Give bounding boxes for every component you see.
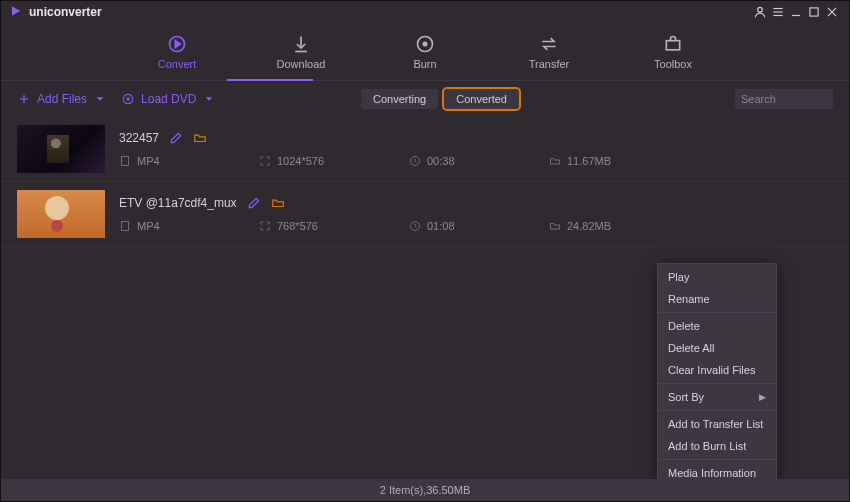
tab-convert[interactable]: Convert bbox=[142, 34, 212, 70]
toolbox-icon bbox=[663, 34, 683, 54]
file-list: 322457 MP4 1024*576 00:38 11.67MB ETV @1… bbox=[1, 117, 849, 479]
tab-transfer[interactable]: Transfer bbox=[514, 34, 584, 70]
titlebar: uniconverter bbox=[1, 1, 849, 23]
size-metric: 11.67MB bbox=[549, 155, 639, 167]
menu-icon[interactable] bbox=[769, 3, 787, 21]
seg-converted[interactable]: Converted bbox=[444, 89, 519, 109]
ctx-add-transfer[interactable]: Add to Transfer List bbox=[658, 413, 776, 435]
file-row[interactable]: 322457 MP4 1024*576 00:38 11.67MB bbox=[1, 117, 849, 182]
expand-icon bbox=[259, 155, 271, 167]
nav-label: Burn bbox=[413, 58, 436, 70]
add-files-button[interactable]: Add Files bbox=[17, 92, 107, 106]
file-meta: ETV @11a7cdf4_mux MP4 768*576 01:08 24.8… bbox=[119, 196, 833, 232]
disc-icon bbox=[121, 92, 135, 106]
status-bar: 2 Item(s),36.50MB bbox=[1, 479, 849, 501]
search-input[interactable] bbox=[735, 89, 833, 109]
nav-label: Download bbox=[277, 58, 326, 70]
svg-point-13 bbox=[423, 42, 426, 45]
load-dvd-label: Load DVD bbox=[141, 92, 196, 106]
tab-burn[interactable]: Burn bbox=[390, 34, 460, 70]
user-icon[interactable] bbox=[751, 3, 769, 21]
svg-point-19 bbox=[127, 98, 129, 100]
tab-download[interactable]: Download bbox=[266, 34, 336, 70]
add-files-label: Add Files bbox=[37, 92, 87, 106]
close-button[interactable] bbox=[823, 3, 841, 21]
clock-icon bbox=[409, 220, 421, 232]
resolution-metric: 1024*576 bbox=[259, 155, 359, 167]
svg-rect-14 bbox=[666, 40, 679, 49]
ctx-sort-by[interactable]: Sort By▶ bbox=[658, 386, 776, 408]
chevron-down-icon bbox=[202, 92, 216, 106]
download-icon bbox=[291, 34, 311, 54]
tab-toolbox[interactable]: Toolbox bbox=[638, 34, 708, 70]
ctx-media-info[interactable]: Media Information bbox=[658, 462, 776, 479]
ctx-delete-all[interactable]: Delete All bbox=[658, 337, 776, 359]
convert-icon bbox=[167, 34, 187, 54]
seg-converting[interactable]: Converting bbox=[361, 89, 438, 109]
expand-icon bbox=[259, 220, 271, 232]
format-metric: MP4 bbox=[119, 220, 209, 232]
nav-label: Toolbox bbox=[654, 58, 692, 70]
folder-open-icon[interactable] bbox=[193, 131, 207, 145]
folder-open-icon[interactable] bbox=[271, 196, 285, 210]
ctx-add-burn[interactable]: Add to Burn List bbox=[658, 435, 776, 457]
file-icon bbox=[119, 220, 131, 232]
nav-label: Transfer bbox=[529, 58, 570, 70]
edit-icon[interactable] bbox=[247, 196, 261, 210]
app-window: uniconverter Convert Download Burn Trans… bbox=[0, 0, 850, 502]
conversion-state-segment: Converting Converted bbox=[361, 89, 519, 109]
chevron-right-icon: ▶ bbox=[759, 392, 766, 402]
svg-marker-0 bbox=[12, 6, 20, 15]
size-metric: 24.82MB bbox=[549, 220, 639, 232]
maximize-button[interactable] bbox=[805, 3, 823, 21]
load-dvd-button[interactable]: Load DVD bbox=[121, 92, 216, 106]
folder-icon bbox=[549, 220, 561, 232]
minimize-button[interactable] bbox=[787, 3, 805, 21]
svg-point-1 bbox=[758, 7, 763, 12]
ctx-separator bbox=[658, 312, 776, 313]
duration-metric: 00:38 bbox=[409, 155, 499, 167]
ctx-separator bbox=[658, 383, 776, 384]
svg-marker-17 bbox=[97, 97, 104, 101]
svg-rect-23 bbox=[122, 222, 129, 231]
main-nav: Convert Download Burn Transfer Toolbox bbox=[1, 23, 849, 81]
duration-metric: 01:08 bbox=[409, 220, 499, 232]
ctx-delete[interactable]: Delete bbox=[658, 315, 776, 337]
svg-marker-20 bbox=[206, 97, 213, 101]
ctx-clear-invalid[interactable]: Clear Invalid Files bbox=[658, 359, 776, 381]
plus-icon bbox=[17, 92, 31, 106]
svg-rect-21 bbox=[122, 157, 129, 166]
ctx-separator bbox=[658, 410, 776, 411]
ctx-separator bbox=[658, 459, 776, 460]
burn-icon bbox=[415, 34, 435, 54]
file-icon bbox=[119, 155, 131, 167]
chevron-down-icon bbox=[93, 92, 107, 106]
transfer-icon bbox=[539, 34, 559, 54]
svg-marker-10 bbox=[175, 40, 180, 47]
status-text: 2 Item(s),36.50MB bbox=[380, 484, 470, 496]
folder-icon bbox=[549, 155, 561, 167]
thumbnail[interactable] bbox=[17, 125, 105, 173]
file-meta: 322457 MP4 1024*576 00:38 11.67MB bbox=[119, 131, 833, 167]
ctx-play[interactable]: Play bbox=[658, 266, 776, 288]
svg-rect-6 bbox=[810, 8, 818, 16]
ctx-rename[interactable]: Rename bbox=[658, 288, 776, 310]
edit-icon[interactable] bbox=[169, 131, 183, 145]
file-name: ETV @11a7cdf4_mux bbox=[119, 196, 237, 210]
svg-point-18 bbox=[123, 94, 132, 103]
clock-icon bbox=[409, 155, 421, 167]
app-title: uniconverter bbox=[29, 5, 102, 19]
format-metric: MP4 bbox=[119, 155, 209, 167]
context-menu: Play Rename Delete Delete All Clear Inva… bbox=[657, 263, 777, 479]
file-name: 322457 bbox=[119, 131, 159, 145]
resolution-metric: 768*576 bbox=[259, 220, 359, 232]
app-logo-icon bbox=[9, 4, 23, 21]
thumbnail[interactable] bbox=[17, 190, 105, 238]
nav-active-underline bbox=[227, 79, 313, 81]
nav-label: Convert bbox=[158, 58, 197, 70]
file-row[interactable]: ETV @11a7cdf4_mux MP4 768*576 01:08 24.8… bbox=[1, 182, 849, 247]
